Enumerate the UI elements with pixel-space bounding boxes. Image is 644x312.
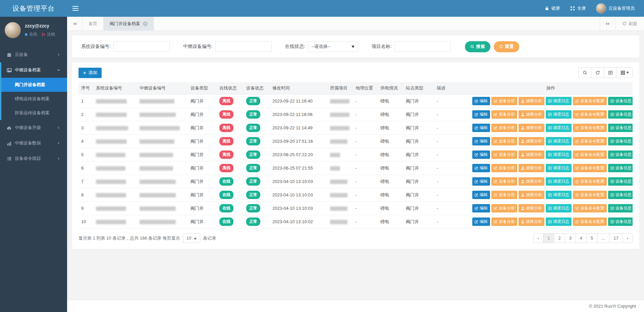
dispatch-log-button[interactable]: 调度日志 bbox=[546, 177, 572, 186]
device-analysis-button[interactable]: 设备分析 bbox=[491, 137, 517, 145]
device-analysis-button[interactable]: 设备分析 bbox=[491, 164, 517, 172]
edit-button[interactable]: 编辑 bbox=[472, 150, 490, 159]
sidebar-item-assembled-remote-archive[interactable]: 拼装远传设备档案 bbox=[1, 106, 67, 120]
fault-analysis-button[interactable]: 故障分析 bbox=[519, 150, 544, 159]
device-command-config-button[interactable]: 设备命令配置 bbox=[573, 137, 607, 145]
device-command-config-button[interactable]: 设备命令配置 bbox=[573, 124, 607, 132]
device-analysis-button[interactable]: 设备分析 bbox=[491, 204, 517, 212]
tabs-scroll-left-button[interactable] bbox=[67, 17, 83, 30]
fault-analysis-button[interactable]: 故障分析 bbox=[519, 97, 544, 105]
sidebar-item-valve-well-archive[interactable]: 阀门井设备档案 bbox=[1, 78, 67, 92]
tab-valve-well-archive[interactable]: 阀门井设备档案 × bbox=[104, 17, 154, 30]
fault-analysis-button[interactable]: 故障分析 bbox=[519, 110, 544, 119]
device-command-config-button[interactable]: 设备命令配置 bbox=[573, 204, 607, 212]
dispatch-log-button[interactable]: 调度日志 bbox=[546, 150, 572, 159]
zhongran-device-id-input[interactable] bbox=[215, 41, 272, 52]
tab-home[interactable]: 首页 bbox=[83, 17, 104, 30]
device-command-config-button[interactable]: 设备命令配置 bbox=[573, 217, 607, 226]
avatar[interactable] bbox=[5, 22, 21, 38]
device-info-button[interactable]: 设备信息 bbox=[608, 177, 633, 186]
table-columns-button[interactable] bbox=[616, 67, 633, 78]
edit-button[interactable]: 编辑 bbox=[472, 137, 490, 145]
device-command-config-button[interactable]: 设备命令配置 bbox=[573, 177, 607, 186]
device-analysis-button[interactable]: 设备分析 bbox=[491, 150, 517, 159]
device-analysis-button[interactable]: 设备分析 bbox=[491, 191, 517, 199]
device-analysis-button[interactable]: 设备分析 bbox=[491, 177, 517, 186]
device-info-button[interactable]: 设备信息 bbox=[608, 97, 633, 105]
device-info-button[interactable]: 设备信息 bbox=[608, 191, 633, 199]
sidebar-item-device-data[interactable]: 中燃设备数据 bbox=[0, 135, 67, 151]
table-search-button[interactable] bbox=[578, 67, 591, 78]
page-next-button[interactable]: › bbox=[623, 233, 633, 243]
fault-analysis-button[interactable]: 故障分析 bbox=[519, 164, 544, 172]
device-info-button[interactable]: 设备信息 bbox=[608, 204, 633, 212]
device-analysis-button[interactable]: 设备分析 bbox=[491, 124, 517, 132]
dispatch-log-button[interactable]: 调度日志 bbox=[546, 97, 572, 105]
device-analysis-button[interactable]: 设备分析 bbox=[491, 110, 517, 119]
lock-screen-button[interactable]: 锁屏 bbox=[545, 5, 560, 11]
refresh-tab-button[interactable]: 刷新 bbox=[615, 17, 644, 30]
edit-button[interactable]: 编辑 bbox=[472, 204, 490, 212]
sidebar-item-device-upgrade[interactable]: 中燃设备升级 bbox=[0, 120, 67, 135]
edit-button[interactable]: 编辑 bbox=[472, 191, 490, 199]
fault-analysis-button[interactable]: 故障分析 bbox=[519, 204, 544, 212]
search-button[interactable]: 搜索 bbox=[465, 41, 490, 52]
page-number-button[interactable]: 17 bbox=[609, 233, 623, 243]
device-info-button[interactable]: 设备信息 bbox=[608, 137, 633, 145]
page-prev-button[interactable]: ‹ bbox=[533, 233, 543, 243]
fault-analysis-button[interactable]: 故障分析 bbox=[519, 191, 544, 199]
dispatch-log-button[interactable]: 调度日志 bbox=[546, 110, 572, 119]
dispatch-log-button[interactable]: 调度日志 bbox=[546, 164, 572, 172]
device-analysis-button[interactable]: 设备分析 bbox=[491, 97, 517, 105]
page-number-button[interactable]: 4 bbox=[576, 233, 587, 243]
tabs-scroll-right-button[interactable] bbox=[600, 17, 615, 30]
system-device-id-input[interactable] bbox=[113, 41, 170, 52]
sidebar-item-zhongran-device-archive[interactable]: 中燃设备档案 bbox=[1, 62, 67, 78]
fullscreen-button[interactable]: 全屏 bbox=[570, 5, 586, 11]
dispatch-log-button[interactable]: 调度日志 bbox=[546, 217, 572, 226]
page-number-button[interactable]: 3 bbox=[565, 233, 576, 243]
sidebar-item-cloud-device[interactable]: 云设备 bbox=[0, 47, 67, 62]
project-name-input[interactable] bbox=[394, 41, 451, 52]
device-info-button[interactable]: 设备信息 bbox=[608, 124, 633, 132]
device-command-config-button[interactable]: 设备命令配置 bbox=[573, 191, 607, 199]
device-info-button[interactable]: 设备信息 bbox=[608, 217, 633, 226]
device-analysis-button[interactable]: 设备分析 bbox=[491, 217, 517, 226]
table-view-toggle-button[interactable] bbox=[604, 67, 617, 78]
dispatch-log-button[interactable]: 调度日志 bbox=[546, 137, 572, 145]
device-command-config-button[interactable]: 设备命令配置 bbox=[573, 164, 607, 172]
online-status-select[interactable]: --请选择-- bbox=[308, 41, 358, 52]
device-command-config-button[interactable]: 设备命令配置 bbox=[573, 110, 607, 119]
close-tab-icon[interactable]: × bbox=[143, 21, 148, 26]
dispatch-log-button[interactable]: 调度日志 bbox=[546, 124, 572, 132]
fault-analysis-button[interactable]: 故障分析 bbox=[519, 137, 544, 145]
page-size-select[interactable]: 10 bbox=[183, 233, 200, 243]
edit-button[interactable]: 编辑 bbox=[472, 124, 490, 132]
logout-button[interactable]: 注销 bbox=[42, 32, 55, 37]
edit-button[interactable]: 编辑 bbox=[472, 164, 490, 172]
table-refresh-button[interactable] bbox=[591, 67, 604, 78]
page-number-button[interactable]: 2 bbox=[554, 233, 565, 243]
device-info-button[interactable]: 设备信息 bbox=[608, 164, 633, 172]
sidebar-item-lithium-remote-archive[interactable]: 锂电远传设备档案 bbox=[1, 92, 67, 106]
dispatch-log-button[interactable]: 调度日志 bbox=[546, 191, 572, 199]
device-command-config-button[interactable]: 设备命令配置 bbox=[573, 97, 607, 105]
page-number-button[interactable]: 1 bbox=[543, 233, 554, 243]
edit-button[interactable]: 编辑 bbox=[472, 110, 490, 119]
dispatch-log-button[interactable]: 调度日志 bbox=[546, 204, 572, 212]
fault-analysis-button[interactable]: 故障分析 bbox=[519, 177, 544, 186]
user-menu[interactable]: 云设备管理员 bbox=[596, 3, 635, 13]
device-command-config-button[interactable]: 设备命令配置 bbox=[573, 150, 607, 159]
fault-analysis-button[interactable]: 故障分析 bbox=[519, 124, 544, 132]
page-number-button[interactable]: 5 bbox=[586, 233, 597, 243]
edit-button[interactable]: 编辑 bbox=[472, 177, 490, 186]
fault-analysis-button[interactable]: 故障分析 bbox=[519, 217, 544, 226]
device-info-button[interactable]: 设备信息 bbox=[608, 150, 633, 159]
edit-button[interactable]: 编辑 bbox=[472, 217, 490, 226]
reset-button[interactable]: 重置 bbox=[494, 41, 519, 52]
device-info-button[interactable]: 设备信息 bbox=[608, 110, 633, 119]
sidebar-item-command-tracking[interactable]: 设备命令跟踪 bbox=[0, 151, 67, 166]
add-button[interactable]: 添加 bbox=[78, 68, 102, 78]
edit-button[interactable]: 编辑 bbox=[472, 97, 490, 105]
sidebar-toggle-button[interactable] bbox=[72, 6, 78, 11]
